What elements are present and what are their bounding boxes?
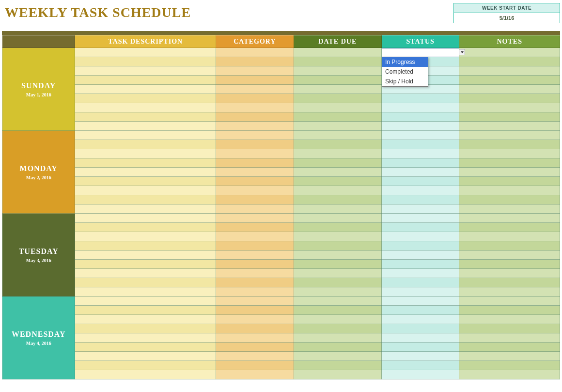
cell-note[interactable] xyxy=(459,204,560,214)
cell-note[interactable] xyxy=(459,158,560,168)
cell-note[interactable] xyxy=(459,48,560,57)
cell-stat[interactable] xyxy=(382,140,459,149)
cell-due[interactable] xyxy=(294,223,381,232)
cell-task[interactable] xyxy=(75,269,216,278)
cell-note[interactable] xyxy=(459,352,560,361)
cell-note[interactable] xyxy=(459,94,560,103)
cell-due[interactable] xyxy=(294,315,381,324)
cell-cat[interactable] xyxy=(216,297,294,306)
cell-task[interactable] xyxy=(75,66,216,76)
cell-task[interactable] xyxy=(75,112,216,122)
cell-task[interactable] xyxy=(75,177,216,186)
cell-due[interactable] xyxy=(294,140,381,149)
cell-stat[interactable] xyxy=(382,195,459,204)
cell-cat[interactable] xyxy=(216,361,294,370)
cell-cat[interactable] xyxy=(216,204,294,214)
cell-task[interactable] xyxy=(75,223,216,232)
cell-task[interactable] xyxy=(75,168,216,177)
cell-cat[interactable] xyxy=(216,370,294,379)
cell-due[interactable] xyxy=(294,158,381,168)
cell-note[interactable] xyxy=(459,131,560,140)
cell-task[interactable] xyxy=(75,241,216,251)
cell-cat[interactable] xyxy=(216,66,294,76)
cell-cat[interactable] xyxy=(216,306,294,315)
cell-stat[interactable] xyxy=(382,103,459,112)
cell-note[interactable] xyxy=(459,278,560,287)
cell-task[interactable] xyxy=(75,57,216,66)
status-dropdown[interactable]: In ProgressCompletedSkip / Hold xyxy=(382,57,428,87)
cell-task[interactable] xyxy=(75,251,216,260)
cell-due[interactable] xyxy=(294,306,381,315)
cell-cat[interactable] xyxy=(216,214,294,223)
cell-cat[interactable] xyxy=(216,223,294,232)
cell-cat[interactable] xyxy=(216,287,294,297)
cell-stat[interactable] xyxy=(382,269,459,278)
cell-task[interactable] xyxy=(75,214,216,223)
cell-note[interactable] xyxy=(459,260,560,269)
cell-note[interactable] xyxy=(459,306,560,315)
cell-due[interactable] xyxy=(294,278,381,287)
cell-due[interactable] xyxy=(294,177,381,186)
cell-cat[interactable] xyxy=(216,168,294,177)
cell-stat[interactable] xyxy=(382,361,459,370)
cell-cat[interactable] xyxy=(216,76,294,85)
cell-note[interactable] xyxy=(459,333,560,343)
cell-note[interactable] xyxy=(459,186,560,195)
cell-due[interactable] xyxy=(294,131,381,140)
cell-cat[interactable] xyxy=(216,260,294,269)
cell-task[interactable] xyxy=(75,278,216,287)
cell-due[interactable] xyxy=(294,149,381,158)
cell-due[interactable] xyxy=(294,186,381,195)
cell-task[interactable] xyxy=(75,85,216,94)
cell-due[interactable] xyxy=(294,251,381,260)
cell-due[interactable] xyxy=(294,297,381,306)
cell-cat[interactable] xyxy=(216,122,294,131)
cell-stat[interactable] xyxy=(382,241,459,251)
cell-due[interactable] xyxy=(294,214,381,223)
cell-cat[interactable] xyxy=(216,251,294,260)
cell-stat[interactable] xyxy=(382,214,459,223)
week-start-date[interactable]: 5/1/16 xyxy=(454,13,560,23)
cell-stat[interactable] xyxy=(382,251,459,260)
cell-note[interactable] xyxy=(459,241,560,251)
cell-note[interactable] xyxy=(459,287,560,297)
cell-task[interactable] xyxy=(75,232,216,241)
cell-due[interactable] xyxy=(294,57,381,66)
cell-due[interactable] xyxy=(294,260,381,269)
cell-due[interactable] xyxy=(294,168,381,177)
cell-due[interactable] xyxy=(294,361,381,370)
cell-task[interactable] xyxy=(75,158,216,168)
cell-note[interactable] xyxy=(459,269,560,278)
cell-cat[interactable] xyxy=(216,94,294,103)
cell-note[interactable] xyxy=(459,223,560,232)
cell-cat[interactable] xyxy=(216,324,294,333)
cell-task[interactable] xyxy=(75,48,216,57)
cell-note[interactable] xyxy=(459,343,560,352)
cell-stat[interactable] xyxy=(382,112,459,122)
cell-note[interactable] xyxy=(459,324,560,333)
cell-stat[interactable] xyxy=(382,149,459,158)
cell-stat[interactable] xyxy=(382,333,459,343)
dropdown-handle-icon[interactable] xyxy=(459,49,465,55)
cell-task[interactable] xyxy=(75,370,216,379)
cell-note[interactable] xyxy=(459,140,560,149)
cell-due[interactable] xyxy=(294,103,381,112)
cell-task[interactable] xyxy=(75,140,216,149)
cell-task[interactable] xyxy=(75,343,216,352)
cell-task[interactable] xyxy=(75,149,216,158)
cell-note[interactable] xyxy=(459,370,560,379)
cell-stat[interactable] xyxy=(382,315,459,324)
cell-cat[interactable] xyxy=(216,177,294,186)
cell-due[interactable] xyxy=(294,112,381,122)
cell-due[interactable] xyxy=(294,94,381,103)
cell-stat[interactable] xyxy=(382,352,459,361)
cell-due[interactable] xyxy=(294,370,381,379)
cell-cat[interactable] xyxy=(216,343,294,352)
cell-due[interactable] xyxy=(294,324,381,333)
cell-cat[interactable] xyxy=(216,232,294,241)
cell-stat[interactable] xyxy=(382,343,459,352)
cell-stat[interactable] xyxy=(382,223,459,232)
cell-due[interactable] xyxy=(294,333,381,343)
cell-stat[interactable] xyxy=(382,204,459,214)
cell-cat[interactable] xyxy=(216,131,294,140)
